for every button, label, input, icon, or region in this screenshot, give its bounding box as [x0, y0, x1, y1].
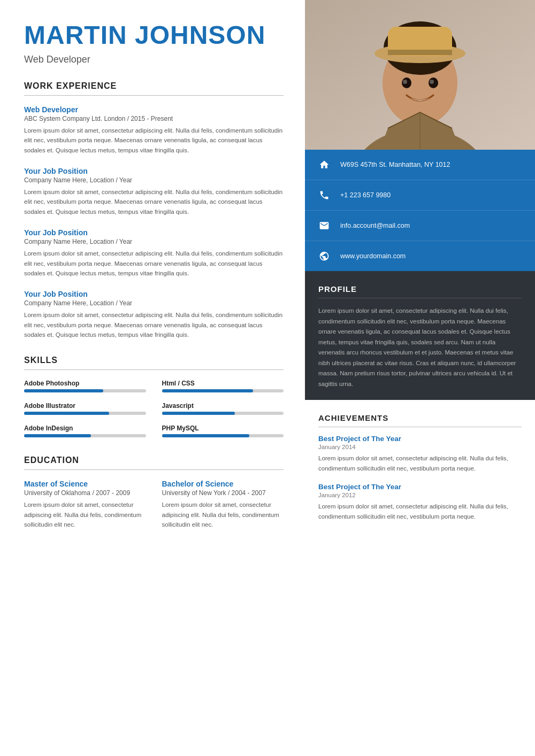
job-position-1: Web Developer [24, 105, 284, 114]
achievement-entry-1: Best Project of The Year January 2012 Lo… [318, 483, 522, 521]
svg-point-11 [403, 80, 407, 84]
achievement-date-1: January 2012 [318, 492, 522, 498]
skill-name-0: Adobe Photoshop [24, 380, 146, 387]
skill-item-1: Html / CSS [162, 380, 284, 392]
job-entry-3: Your Job Position Company Name Here, Loc… [24, 228, 284, 278]
contact-email-row: info.account@mail.com [305, 211, 535, 241]
skill-name-2: Adobe Illustrator [24, 402, 146, 410]
skill-name-3: Javascript [162, 402, 284, 410]
job-entry-4: Your Job Position Company Name Here, Loc… [24, 290, 284, 340]
skills-divider [24, 369, 284, 370]
achievements-section: ACHIEVEMENTS Best Project of The Year Ja… [305, 400, 535, 756]
achievement-entry-0: Best Project of The Year January 2014 Lo… [318, 435, 522, 473]
skill-bar-fill-0 [24, 389, 103, 392]
work-divider [24, 95, 284, 96]
job-title: Web Developer [24, 54, 284, 65]
skill-bar-bg-0 [24, 389, 146, 392]
work-section-title: WORK EXPERIENCE [24, 81, 284, 91]
skill-bar-bg-5 [162, 434, 284, 437]
edu-desc-1: Lorem ipsum dolor sit amet, consectetur … [162, 500, 284, 529]
photo-svg [305, 0, 535, 150]
profile-text: Lorem ipsum dolor sit amet, consectetur … [318, 306, 522, 389]
edu-entry-1: Bachelor of Science University of New Yo… [162, 480, 284, 529]
email-icon [316, 217, 333, 234]
skill-item-5: PHP MySQL [162, 425, 284, 437]
job-entry-2: Your Job Position Company Name Here, Loc… [24, 167, 284, 217]
achievement-name-0: Best Project of The Year [318, 435, 522, 443]
svg-rect-8 [388, 50, 452, 55]
contact-address-row: W69S 457th St. Manhattan, NY 1012 [305, 150, 535, 180]
job-position-3: Your Job Position [24, 228, 284, 237]
contact-phone-row: +1 223 657 9980 [305, 180, 535, 211]
achievement-date-0: January 2014 [318, 444, 522, 450]
contact-address: W69S 457th St. Manhattan, NY 1012 [340, 161, 450, 168]
skills-section-title: SKILLS [24, 356, 284, 365]
edu-school-1: University of New York / 2004 - 2007 [162, 489, 284, 497]
contact-website-row: www.yourdomain.com [305, 241, 535, 271]
left-column: MARTIN JOHNSON Web Developer WORK EXPERI… [0, 0, 305, 756]
skill-bar-bg-1 [162, 389, 284, 392]
edu-school-0: University of Oklahoma / 2007 - 2009 [24, 489, 146, 497]
skill-name-1: Html / CSS [162, 380, 284, 387]
contact-phone: +1 223 657 9980 [340, 191, 391, 199]
education-divider [24, 469, 284, 470]
skill-item-0: Adobe Photoshop [24, 380, 146, 392]
job-position-4: Your Job Position [24, 290, 284, 298]
achievement-desc-0: Lorem ipsum dolor sit amet, consectetur … [318, 453, 522, 473]
skill-bar-bg-4 [24, 434, 146, 437]
skill-item-3: Javascript [162, 402, 284, 415]
skill-item-2: Adobe Illustrator [24, 402, 146, 415]
skills-section: SKILLS Adobe Photoshop Html / CSS Adobe … [24, 356, 284, 439]
skill-bar-bg-3 [162, 412, 284, 415]
photo-area [305, 0, 535, 150]
job-position-2: Your Job Position [24, 167, 284, 175]
achievement-name-1: Best Project of The Year [318, 483, 522, 491]
edu-entry-0: Master of Science University of Oklahoma… [24, 480, 146, 529]
job-company-1: ABC System Company Ltd. London / 2015 - … [24, 115, 284, 122]
skill-bar-fill-1 [162, 389, 254, 392]
job-company-3: Company Name Here, Location / Year [24, 238, 284, 245]
skill-bar-bg-2 [24, 412, 146, 415]
profile-section: PROFILE Lorem ipsum dolor sit amet, cons… [305, 271, 535, 400]
contact-section: W69S 457th St. Manhattan, NY 1012 +1 223… [305, 150, 535, 271]
skill-name-4: Adobe InDesign [24, 425, 146, 432]
achievement-desc-1: Lorem ipsum dolor sit amet, consectetur … [318, 502, 522, 521]
achievements-title: ACHIEVEMENTS [318, 413, 522, 422]
job-company-4: Company Name Here, Location / Year [24, 299, 284, 307]
edu-desc-0: Lorem ipsum dolor sit amet, consectetur … [24, 500, 146, 529]
profile-title: PROFILE [318, 284, 522, 294]
job-desc-1: Lorem ipsum dolor sit amet, consectetur … [24, 126, 284, 155]
home-icon [316, 156, 333, 173]
skills-grid: Adobe Photoshop Html / CSS Adobe Illustr… [24, 380, 284, 439]
skill-bar-fill-2 [24, 412, 109, 415]
job-desc-2: Lorem ipsum dolor sit amet, consectetur … [24, 187, 284, 217]
skill-bar-fill-5 [162, 434, 250, 437]
edu-degree-0: Master of Science [24, 480, 146, 488]
svg-point-12 [430, 80, 434, 84]
right-column: W69S 457th St. Manhattan, NY 1012 +1 223… [305, 0, 535, 756]
education-grid: Master of Science University of Oklahoma… [24, 480, 284, 529]
skill-bar-fill-3 [162, 412, 235, 415]
job-entry-1: Web Developer ABC System Company Ltd. Lo… [24, 105, 284, 155]
skill-item-4: Adobe InDesign [24, 425, 146, 437]
profile-divider [318, 298, 522, 298]
globe-icon [316, 248, 333, 265]
achievements-divider [318, 427, 522, 427]
contact-email: info.account@mail.com [340, 222, 410, 229]
job-desc-4: Lorem ipsum dolor sit amet, consectetur … [24, 310, 284, 340]
education-section-title: EDUCATION [24, 456, 284, 465]
profile-photo [305, 0, 535, 150]
education-section: EDUCATION Master of Science University o… [24, 456, 284, 529]
full-name: MARTIN JOHNSON [24, 21, 284, 50]
skill-name-5: PHP MySQL [162, 425, 284, 432]
contact-website: www.yourdomain.com [340, 252, 406, 260]
edu-degree-1: Bachelor of Science [162, 480, 284, 488]
job-company-2: Company Name Here, Location / Year [24, 176, 284, 184]
work-experience-section: WORK EXPERIENCE Web Developer ABC System… [24, 81, 284, 340]
job-desc-3: Lorem ipsum dolor sit amet, consectetur … [24, 249, 284, 278]
skill-bar-fill-4 [24, 434, 91, 437]
phone-icon [316, 187, 333, 204]
